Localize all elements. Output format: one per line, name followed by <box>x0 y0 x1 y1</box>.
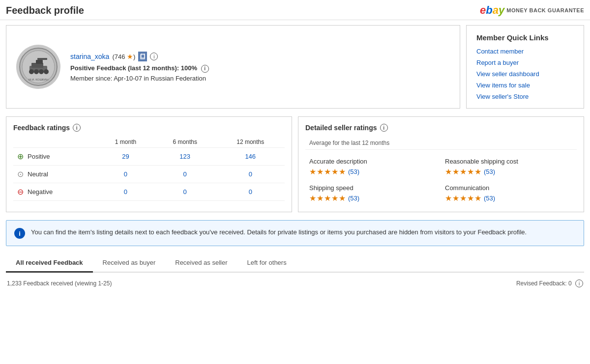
svg-rect-4 <box>36 60 43 64</box>
neutral-icon: ⊙ <box>17 169 24 179</box>
quick-link-store: View seller's Store <box>476 93 574 100</box>
info-banner-text: You can find the item's listing details … <box>31 227 527 237</box>
member-since: Member since: Apr-10-07 in Russian Feder… <box>70 75 209 82</box>
tab-received-as-seller[interactable]: Received as seller <box>165 254 237 273</box>
ebay-a: a <box>493 4 499 16</box>
tabs-row: All received Feedback Received as buyer … <box>6 254 584 272</box>
negative-icon: ⊖ <box>17 187 24 196</box>
shipping-speed-stars-row: ★★★★★ (53) <box>309 194 437 203</box>
username-link[interactable]: starina_xoka <box>70 53 109 60</box>
top-section: М.И. КОШКИН starina_xoka (746 ★) i Posi <box>6 25 584 109</box>
positive-feedback-info-icon[interactable]: i <box>201 65 209 73</box>
neutral-6m[interactable]: 0 <box>154 166 216 183</box>
ratings-col-1month: 1 month <box>97 137 154 148</box>
negative-12m[interactable]: 0 <box>216 183 285 201</box>
accurate-description-label: Accurate description <box>309 158 437 165</box>
detailed-seller-info-icon[interactable]: i <box>380 124 388 132</box>
quick-link-items: View items for sale <box>476 82 574 89</box>
svg-point-9 <box>44 69 49 74</box>
quick-links-card: Member Quick Links Contact member Report… <box>466 25 584 109</box>
info-banner: i You can find the item's listing detail… <box>6 220 584 246</box>
avatar-image: М.И. КОШКИН <box>19 47 58 86</box>
footer-bar: 1,233 Feedback received (viewing 1-25) R… <box>6 277 584 290</box>
positive-6m[interactable]: 123 <box>154 148 216 166</box>
table-row: ⊕ Positive 29 123 146 <box>13 148 285 166</box>
ratings-col-type <box>13 137 97 148</box>
star-icon: ★ <box>127 53 133 60</box>
reasonable-shipping-label: Reasonable shipping cost <box>445 158 573 165</box>
communication-count: (53) <box>484 195 495 202</box>
copy-icon[interactable] <box>138 52 147 61</box>
tabs-section: All received Feedback Received as buyer … <box>6 254 584 273</box>
ebay-b: b <box>486 4 492 16</box>
tab-received-as-buyer[interactable]: Received as buyer <box>93 254 166 273</box>
reasonable-shipping-count: (53) <box>484 168 495 175</box>
detailed-seller-box: Detailed seller ratings i Average for th… <box>298 116 584 212</box>
feedback-ratings-info-icon[interactable]: i <box>73 124 81 132</box>
ratings-col-6months: 6 months <box>154 137 216 148</box>
quick-link-contact: Contact member <box>476 48 574 55</box>
page-header: Feedback profile ebay MONEY BACK GUARANT… <box>0 0 590 20</box>
feedback-ratings-table: 1 month 6 months 12 months ⊕ Positive <box>13 137 285 201</box>
profile-info: starina_xoka (746 ★) i Positive Feedback… <box>70 52 209 82</box>
revised-feedback-info-icon[interactable]: i <box>575 280 583 287</box>
table-row: ⊙ Neutral 0 0 0 <box>13 166 285 183</box>
feedback-score: (746 ★) <box>112 53 135 60</box>
avatar: М.И. КОШКИН <box>16 45 60 89</box>
quick-links-title: Member Quick Links <box>476 33 574 42</box>
revised-feedback-label: Revised Feedback: 0 i <box>516 280 583 287</box>
money-back-guarantee: MONEY BACK GUARANTEE <box>506 7 584 13</box>
communication-stars-row: ★★★★★ (53) <box>445 194 573 203</box>
accurate-description-count: (53) <box>348 168 359 175</box>
svg-point-8 <box>39 69 44 74</box>
neutral-row-cell: ⊙ Neutral <box>17 169 93 179</box>
tab-left-for-others[interactable]: Left for others <box>237 254 296 273</box>
positive-feedback-line: Positive Feedback (last 12 months): 100%… <box>70 64 209 73</box>
negative-row-cell: ⊖ Negative <box>17 187 93 196</box>
shipping-speed-stars: ★★★★★ <box>309 194 346 203</box>
accurate-description-item: Accurate description ★★★★★ (53) <box>309 158 437 176</box>
svg-rect-12 <box>141 54 145 58</box>
ratings-table-header-row: 1 month 6 months 12 months <box>13 137 285 148</box>
shipping-speed-count: (53) <box>348 195 359 202</box>
communication-label: Communication <box>445 184 573 192</box>
ratings-section: Feedback ratings i 1 month 6 months 12 m… <box>6 116 584 212</box>
seller-dashboard-link[interactable]: View seller dashboard <box>476 70 539 78</box>
reasonable-shipping-item: Reasonable shipping cost ★★★★★ (53) <box>445 158 573 176</box>
feedback-ratings-heading: Feedback ratings i <box>13 124 285 132</box>
quick-link-dashboard: View seller dashboard <box>476 70 574 78</box>
contact-member-link[interactable]: Contact member <box>476 48 524 55</box>
negative-1m[interactable]: 0 <box>97 183 154 201</box>
accurate-description-stars: ★★★★★ <box>309 167 346 176</box>
svg-point-6 <box>29 69 34 74</box>
table-row: ⊖ Negative 0 0 0 <box>13 183 285 201</box>
positive-12m[interactable]: 146 <box>216 148 285 166</box>
sellers-store-link[interactable]: View seller's Store <box>476 93 529 100</box>
quick-links-list: Contact member Report a buyer View selle… <box>476 48 574 100</box>
ebay-logo: ebay MONEY BACK GUARANTEE <box>480 4 584 17</box>
svg-rect-5 <box>37 58 47 60</box>
profile-card: М.И. КОШКИН starina_xoka (746 ★) i Posi <box>6 25 460 109</box>
svg-text:М.И. КОШКИН: М.И. КОШКИН <box>29 78 48 81</box>
feedback-ratings-box: Feedback ratings i 1 month 6 months 12 m… <box>6 116 292 212</box>
shipping-speed-item: Shipping speed ★★★★★ (53) <box>309 184 437 203</box>
reasonable-shipping-stars-row: ★★★★★ (53) <box>445 167 573 176</box>
page-title: Feedback profile <box>6 5 84 16</box>
main-content: М.И. КОШКИН starina_xoka (746 ★) i Posi <box>0 20 590 295</box>
neutral-1m[interactable]: 0 <box>97 166 154 183</box>
items-for-sale-link[interactable]: View items for sale <box>476 82 530 89</box>
reasonable-shipping-stars: ★★★★★ <box>445 167 482 176</box>
avg-label: Average for the last 12 months <box>305 137 577 150</box>
report-buyer-link[interactable]: Report a buyer <box>476 59 519 66</box>
positive-row-cell: ⊕ Positive <box>17 152 93 161</box>
info-badge-icon: i <box>14 228 25 239</box>
neutral-12m[interactable]: 0 <box>216 166 285 183</box>
ratings-col-12months: 12 months <box>216 137 285 148</box>
negative-6m[interactable]: 0 <box>154 183 216 201</box>
quick-link-report: Report a buyer <box>476 59 574 66</box>
ebay-y: y <box>499 4 504 16</box>
tab-all-received[interactable]: All received Feedback <box>6 254 93 273</box>
profile-info-icon[interactable]: i <box>150 53 158 60</box>
svg-point-7 <box>34 69 39 74</box>
positive-1m[interactable]: 29 <box>97 148 154 166</box>
